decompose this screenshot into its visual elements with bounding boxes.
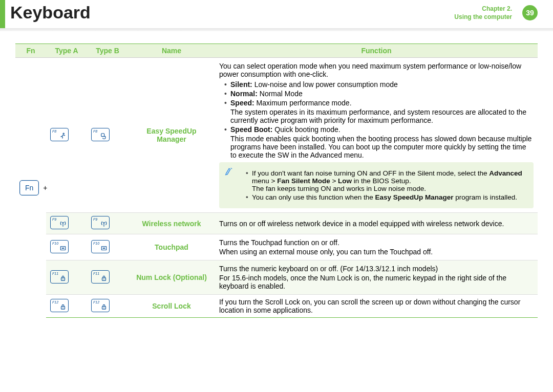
chapter-header: Chapter 2. Using the computer [454,5,512,21]
name-cell: Easy SpeedUp Manager [128,58,215,213]
svg-point-0 [63,133,64,134]
numlock-line1: Turns the numeric keyboard on or off. (F… [219,265,534,273]
table-row: F12 F12 Scroll Lock If you turn the Scro… [15,295,538,318]
function-cell: You can select operation mode when you n… [215,58,538,213]
note-bullet-2: You can only use this function when the … [246,193,527,201]
touchpad-off-icon [59,245,67,252]
typeA-cell: F10 [46,234,87,260]
typeB-cell: F12 [87,295,128,318]
th-function: Function [215,44,538,58]
key-f9-b: F9 [91,216,110,229]
chapter-line2: Using the computer [454,13,512,21]
mode-list: Silent: Low-noise and low power consumpt… [224,80,534,159]
th-name: Name [128,44,215,58]
name-cell: Wireless network [128,213,215,234]
func-intro: You can select operation mode when you n… [219,62,534,78]
name-cell: Touchpad [128,234,215,260]
svg-rect-1 [101,133,104,136]
mode-speedboot-sub: This mode enables quick booting when the… [230,135,534,159]
header-rule [0,28,553,31]
function-cell: If you turn the Scroll Lock on, you can … [215,295,538,318]
table-row: F10 F10 Touchpad Turns the Touchpad func… [15,234,538,260]
name-cell: Num Lock (Optional) [128,260,215,295]
th-typeA: Type A [46,44,87,58]
typeA-cell: F111 [46,260,87,295]
note-bullet-1: If you don't want fan noise turning ON a… [246,169,527,192]
mode-speed: Speed: Maximum performance mode. The sys… [224,99,534,124]
key-f11-b: F111 [91,270,110,284]
fn-plus: + [43,184,47,192]
table-header-row: Fn Type A Type B Name Function [15,44,538,58]
name-cell: Scroll Lock [128,295,215,318]
touchpad-line2: When using an external mouse only, you c… [219,248,534,256]
touchpad-line1: Turns the Touchpad function on or off. [219,238,534,247]
numlock-icon: 1 [59,275,67,282]
touch-hand-icon [100,133,108,140]
fn-cell: Fn + [15,58,46,318]
left-green-bar [0,0,5,28]
typeB-cell: F10 [87,234,128,260]
mode-normal: Normal: Normal Mode [224,90,534,98]
note-icon [224,166,236,178]
typeA-cell: F9 [46,213,87,234]
key-f12-b: F12 [91,299,110,312]
mode-silent: Silent: Low-noise and low power consumpt… [224,80,534,89]
key-f11-a: F111 [50,270,69,284]
key-f9-a: F9 [50,216,69,229]
page-number-badge: 39 [522,5,538,20]
function-cell: Turns on or off wireless network device … [215,213,538,234]
typeA-cell: F8 [46,58,87,213]
page-title: Keyboard [10,3,91,23]
typeB-cell: F111 [87,260,128,295]
chapter-line1: Chapter 2. [454,5,512,13]
numlock-icon: 1 [100,275,108,282]
manual-page: Keyboard Chapter 2. Using the computer 3… [0,0,553,392]
antenna-icon [59,221,67,228]
mode-speedboot: Speed Boot: Quick booting mode. This mod… [224,125,534,159]
table-row: Fn + F8 F8 Easy SpeedUp Manager [15,58,538,213]
th-typeB: Type B [87,44,128,58]
runner-icon [59,133,67,140]
typeB-cell: F9 [87,213,128,234]
svg-text:1: 1 [62,277,64,280]
shortcut-table: Fn Type A Type B Name Function Fn + F8 [15,43,538,318]
key-f10-b: F10 [91,240,110,253]
table-row: F9 F9 Wireless network Turns on or off w… [15,213,538,234]
numlock-line2: For 15.6-inch models, once the Num Lock … [219,274,534,290]
th-fn: Fn [15,44,46,58]
scrolllock-icon [59,303,67,311]
key-f8-b: F8 [91,128,110,141]
function-cell: Turns the numeric keyboard on or off. (F… [215,260,538,295]
fn-key-icon: Fn [19,180,39,195]
antenna-icon [100,221,108,228]
svg-text:1: 1 [103,277,105,280]
note-box: If you don't want fan noise turning ON a… [219,162,534,208]
table-row: F111 F111 Num Lock (Optional) Turns the … [15,260,538,295]
touchpad-off-icon [100,245,108,252]
typeA-cell: F12 [46,295,87,318]
typeB-cell: F8 [87,58,128,213]
scrolllock-icon [100,303,108,311]
mode-speed-sub: The system operates in its maximum perfo… [230,108,534,124]
key-f10-a: F10 [50,240,69,253]
function-cell: Turns the Touchpad function on or off. W… [215,234,538,260]
key-f12-a: F12 [50,299,69,312]
key-f8-a: F8 [50,128,69,141]
content-area: Fn Type A Type B Name Function Fn + F8 [15,43,538,318]
